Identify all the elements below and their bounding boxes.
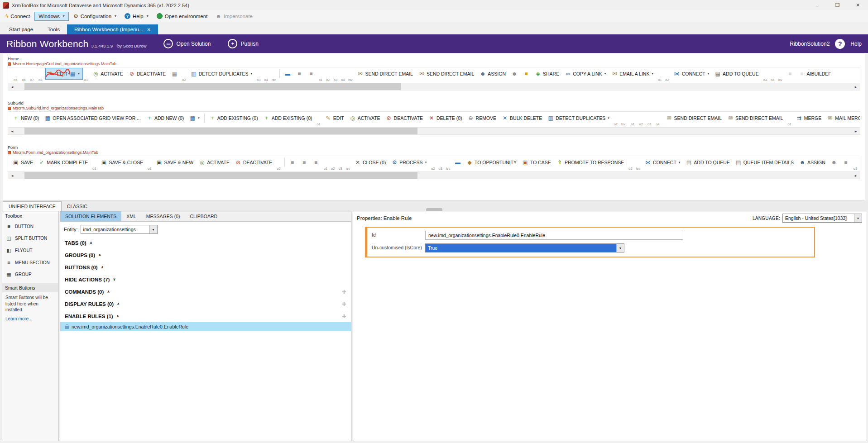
splitter-handle[interactable] <box>426 208 442 211</box>
scrollbar-track[interactable] <box>16 128 852 134</box>
ribbon-button-edit[interactable]: ✎EDIT▦▾ <box>46 68 82 79</box>
toolbox-item-split-button[interactable]: ◫SPLIT BUTTON <box>2 232 58 244</box>
ribbon-button[interactable]: ■ <box>287 157 298 168</box>
ribbon-button[interactable]: ▬ <box>452 157 464 168</box>
toolbox-item-flyout[interactable]: ◧FLYOUT <box>2 244 58 257</box>
tree-node-buttons-0[interactable]: BUTTONS (0)∧ <box>60 261 351 273</box>
help-menu-button[interactable]: ? Help ▾ <box>121 12 152 20</box>
chevron-up-icon[interactable]: ∧ <box>101 265 104 269</box>
ribbon-scrollbar[interactable]: ◂▸ <box>8 127 860 134</box>
scroll-right-button[interactable]: ▸ <box>852 172 860 179</box>
ribbon-button[interactable]: ■ <box>310 157 322 168</box>
ribbon-button-send-direct-email[interactable]: ✉SEND DIRECT EMAIL <box>724 113 786 124</box>
maximize-button[interactable]: ❐ <box>827 0 848 10</box>
ribbon-button-detect-duplicates[interactable]: ▥DETECT DUPLICATES▾ <box>545 113 612 124</box>
close-button[interactable]: ✕ <box>848 0 868 10</box>
ribbon-button-add-existing-0[interactable]: +ADD EXISTING (0) <box>206 113 261 124</box>
tree-node-display-rules-0[interactable]: DISPLAY RULES (0)∧+ <box>60 298 351 310</box>
ribbon-button-connect[interactable]: ⋈CONNECT▾ <box>671 68 712 79</box>
scrollbar-thumb[interactable] <box>24 172 417 179</box>
tree-item-enable-rule[interactable]: new.imd_organizationsettings.EnableRule0… <box>60 322 351 331</box>
ribbon-button-email-a-link[interactable]: ✉EMAIL A LINK▾ <box>609 68 656 79</box>
ribbon-button-bulk-delete[interactable]: ✕BULK DELETE <box>499 113 545 124</box>
solution-tab-clipboard[interactable]: CLIPBOARD <box>185 211 222 221</box>
ribbon-button-merge[interactable]: ⇉MERGE <box>793 113 825 124</box>
ribbon-scrollbar[interactable]: ◂▸ <box>8 171 860 179</box>
ribbon-button-mark-complete[interactable]: ✓MARK COMPLETE <box>36 157 91 168</box>
ribbon-button-add-to-queue[interactable]: ▤ADD TO QUEUE <box>683 157 733 168</box>
ribbon-button-deactivate[interactable]: ⊘DEACTIVATE <box>232 157 275 168</box>
workbench-help-icon[interactable]: ? <box>835 39 845 49</box>
windows-menu-button[interactable]: Windows ▾ <box>34 12 69 21</box>
ribbon-button-delete-0[interactable]: ✕DELETE (0) <box>426 113 465 124</box>
ribbon-button-activate[interactable]: ◎ACTIVATE <box>347 113 383 124</box>
publish-button[interactable]: ✦ Publish <box>228 39 258 48</box>
ribbon-button-new-0[interactable]: +NEW (0) <box>10 113 42 124</box>
ribbon-button[interactable]: ■ <box>305 68 317 79</box>
entity-select[interactable]: imd_organizationsettings ▼ <box>81 225 158 234</box>
minimize-button[interactable]: – <box>807 0 827 10</box>
ribbon-button[interactable]: ▬ <box>282 68 293 79</box>
solution-tab-solution-elements[interactable]: SOLUTION ELEMENTS <box>60 211 121 221</box>
ribbon-button-remove[interactable]: ⊖REMOVE <box>465 113 499 124</box>
ribbon-button[interactable]: ■ <box>293 68 305 79</box>
property-iscore-select[interactable]: True ▼ <box>425 243 624 252</box>
ribbon-button[interactable]: ■ <box>840 157 852 168</box>
tree-node-enable-rules-1[interactable]: ENABLE RULES (1)∧+ <box>60 310 351 322</box>
ribbon-button-mail-merg[interactable]: ✉MAIL MERG <box>824 113 860 124</box>
ribbon-button-save-close[interactable]: ▣SAVE & CLOSE <box>98 157 146 168</box>
chevron-up-icon[interactable]: ∧ <box>116 314 120 318</box>
solution-tab-messages-0[interactable]: MESSAGES (0) <box>141 211 185 221</box>
ribbon-button-assign[interactable]: ☻ASSIGN <box>477 68 508 79</box>
tree-node-groups-0[interactable]: GROUPS (0)∧ <box>60 249 351 261</box>
ribbon-button-save[interactable]: ▣SAVE <box>10 157 36 168</box>
ribbon-button-activate[interactable]: ◎ACTIVATE <box>90 68 126 79</box>
tree-node-commands-0[interactable]: COMMANDS (0)∧+ <box>60 286 351 298</box>
ribbon-tab-label[interactable]: Mscrm.HomepageGrid.imd_organizationsetti… <box>8 62 860 66</box>
chevron-up-icon[interactable]: ∧ <box>98 253 101 257</box>
ribbon-button-process[interactable]: ⚙PROCESS▾ <box>388 157 429 168</box>
chevron-down-icon[interactable]: ∨ <box>113 277 116 281</box>
ribbon-button[interactable]: ▦ <box>168 68 180 79</box>
connect-button[interactable]: ϟ Connect <box>2 12 34 20</box>
scroll-left-button[interactable]: ◂ <box>8 83 16 90</box>
document-tab[interactable]: Start page <box>2 24 40 34</box>
chevron-down-icon[interactable]: ▼ <box>616 244 624 252</box>
document-tab[interactable]: Tools <box>40 24 67 34</box>
scrollbar-thumb[interactable] <box>24 83 400 90</box>
scrollbar-thumb[interactable] <box>24 128 417 134</box>
chevron-down-icon[interactable]: ▼ <box>854 214 862 222</box>
workbench-help-label[interactable]: Help <box>850 41 862 47</box>
chevron-up-icon[interactable]: ∧ <box>107 290 110 294</box>
scrollbar-track[interactable] <box>16 172 852 179</box>
ribbon-button-copy-a-link[interactable]: ∞COPY A LINK▾ <box>562 68 609 79</box>
ribbon-button-deactivate[interactable]: ⊘DEACTIVATE <box>126 68 168 79</box>
ribbon-button[interactable]: ■ <box>298 157 310 168</box>
ribbon-button[interactable]: ▦▾ <box>187 113 202 124</box>
ribbon-button[interactable]: ■ <box>784 68 796 79</box>
ribbon-button[interactable]: ☻ <box>828 157 840 168</box>
ribbon-button-deactivate[interactable]: ⊘DEACTIVATE <box>383 113 426 124</box>
language-select[interactable]: English - United States[1033] ▼ <box>782 214 862 223</box>
scroll-left-button[interactable]: ◂ <box>8 128 16 134</box>
chevron-up-icon[interactable]: ∧ <box>117 302 120 306</box>
tree-node-tabs-0[interactable]: TABS (0)∧ <box>60 237 351 249</box>
ribbon-tab-label[interactable]: Mscrm.Form.imd_organizationsettings.Main… <box>8 150 860 155</box>
ribbon-button-assign[interactable]: ☻ASSIGN <box>796 157 828 168</box>
ribbon-button-queue-item-details[interactable]: ▤QUEUE ITEM DETAILS <box>733 157 796 168</box>
configuration-menu-button[interactable]: ⚙ Configuration ▾ <box>70 12 120 20</box>
ribbon-button-add-new-0[interactable]: +ADD NEW (0) <box>144 113 187 124</box>
ribbon-button-send-direct-email[interactable]: ✉SEND DIRECT EMAIL <box>354 68 415 79</box>
scroll-right-button[interactable]: ▸ <box>852 83 860 90</box>
ribbon-button-send-direct-email[interactable]: ✉SEND DIRECT EMAIL <box>663 113 724 124</box>
view-tab-classic[interactable]: CLASSIC <box>62 201 93 211</box>
document-tab[interactable]: Ribbon Workbench (Imperiu...✕ <box>67 24 158 34</box>
ribbon-button-edit[interactable]: ✎EDIT <box>322 113 347 124</box>
chevron-up-icon[interactable]: ∧ <box>90 241 93 245</box>
impersonate-button[interactable]: ☻ Impersonate <box>212 12 256 21</box>
ribbon-button-share[interactable]: ◈SHARE <box>532 68 562 79</box>
toolbox-item-group[interactable]: ▦GROUP <box>2 268 58 281</box>
ribbon-button[interactable]: ■ <box>520 68 532 79</box>
tree-node-hide-actions-7[interactable]: HIDE ACTIONS (7)∨ <box>60 273 351 286</box>
ribbon-button-send-direct-email[interactable]: ✉SEND DIRECT EMAIL <box>416 68 477 79</box>
